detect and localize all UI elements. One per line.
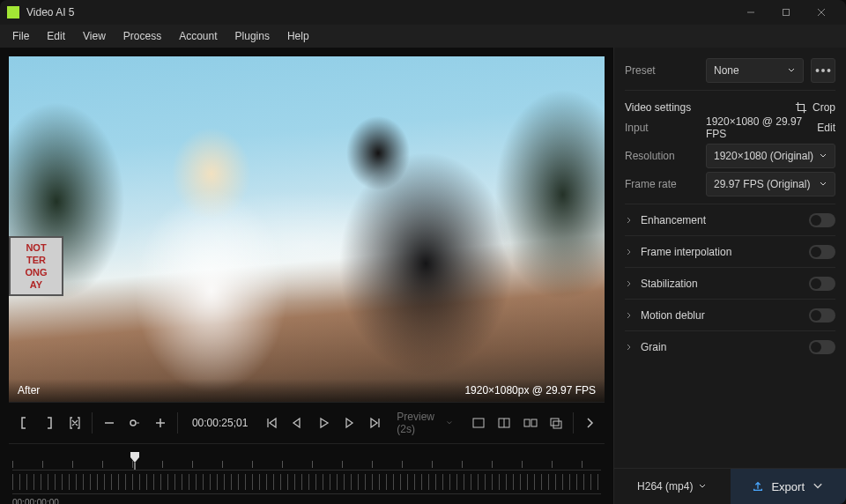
menu-view[interactable]: View: [74, 26, 115, 46]
codec-select[interactable]: H264 (mp4): [614, 469, 731, 504]
chevron-down-icon: [446, 419, 453, 427]
framerate-select[interactable]: 29.97 FPS (Original): [706, 172, 835, 196]
go-to-start-button[interactable]: [260, 409, 282, 437]
preset-more-button[interactable]: [811, 58, 835, 83]
svg-rect-5: [531, 419, 537, 426]
svg-rect-6: [551, 419, 559, 426]
mark-in-button[interactable]: [12, 409, 34, 437]
titlebar: Video AI 5: [0, 0, 846, 25]
frame-back-icon: [290, 416, 304, 430]
chevron-down-icon: [819, 152, 827, 160]
zoom-in-button[interactable]: [150, 409, 172, 437]
minimize-icon: [746, 8, 755, 17]
chevron-right-icon: [583, 416, 597, 430]
maximize-icon: [782, 8, 790, 17]
svg-rect-0: [783, 10, 790, 16]
view-single-icon: [471, 416, 486, 430]
zoom-level-indicator[interactable]: [123, 409, 145, 437]
minimize-button[interactable]: [733, 0, 768, 25]
chevron-down-icon: [698, 482, 707, 491]
section-enhancement[interactable]: Enhancement: [625, 204, 835, 235]
preview-duration-select[interactable]: Preview (2s): [390, 411, 460, 435]
timecode[interactable]: 00:00:25;01: [183, 417, 256, 429]
export-button[interactable]: Export: [731, 469, 847, 504]
menu-account[interactable]: Account: [170, 26, 226, 46]
transport-bar: 00:00:25;01 Preview (2s): [9, 402, 605, 444]
svg-point-1: [130, 420, 136, 426]
section-motion-deblur[interactable]: Motion deblur: [625, 299, 835, 330]
preset-label: Preset: [625, 64, 699, 77]
left-column: NOT TER ONG AY After 1920×1080px @ 29.97…: [0, 48, 613, 504]
menubar: File Edit View Process Account Plugins H…: [0, 25, 846, 48]
chevron-right-icon: [625, 216, 634, 225]
view-single-button[interactable]: [467, 409, 489, 437]
input-row: Input 1920×1080 @ 29.97 FPS Edit: [625, 114, 835, 142]
window-controls: [733, 0, 839, 25]
step-forward-button[interactable]: [338, 409, 360, 437]
chevron-right-icon: [625, 279, 634, 288]
clear-range-button[interactable]: [64, 409, 86, 437]
timeline-start-label: 00:00:00;00: [12, 498, 59, 504]
view-split-vert-button[interactable]: [494, 409, 516, 437]
view-overlay-button[interactable]: [545, 409, 567, 437]
timeline-track[interactable]: 00:00:00;00: [12, 470, 601, 494]
chevron-down-icon: [812, 480, 824, 493]
ruler-ticks: [12, 461, 601, 468]
resolution-select[interactable]: 1920×1080 (Original): [706, 144, 835, 168]
grain-toggle[interactable]: [809, 340, 835, 354]
plus-icon: [153, 416, 167, 430]
menu-process[interactable]: Process: [115, 26, 170, 46]
section-frame-interpolation[interactable]: Frame interpolation: [625, 235, 835, 267]
playhead[interactable]: [130, 452, 139, 470]
view-split-vert-icon: [497, 416, 511, 430]
go-to-end-button[interactable]: [364, 409, 386, 437]
stabilization-toggle[interactable]: [809, 277, 835, 291]
play-button[interactable]: [312, 409, 334, 437]
separator: [573, 412, 574, 434]
step-back-button[interactable]: [286, 409, 308, 437]
preset-select[interactable]: None: [706, 58, 804, 83]
enhancement-toggle[interactable]: [809, 213, 835, 227]
chevron-down-icon: [787, 66, 796, 75]
svg-point-10: [827, 69, 831, 72]
minus-icon: [102, 416, 116, 430]
separator: [92, 412, 93, 434]
menu-help[interactable]: Help: [278, 26, 318, 46]
more-icon: [812, 59, 835, 82]
bracket-clear-icon: [68, 416, 82, 430]
menu-plugins[interactable]: Plugins: [226, 26, 278, 46]
mark-out-button[interactable]: [38, 409, 60, 437]
playhead-icon: [130, 452, 139, 470]
motion-deblur-toggle[interactable]: [809, 308, 835, 322]
svg-point-8: [816, 69, 820, 72]
preview-mode-label: After: [18, 384, 40, 397]
section-grain[interactable]: Grain: [625, 330, 835, 362]
crop-button[interactable]: Crop: [795, 101, 835, 114]
video-preview[interactable]: NOT TER ONG AY After 1920×1080px @ 29.97…: [9, 56, 605, 402]
expand-panel-button[interactable]: [579, 409, 601, 437]
view-side-by-side-button[interactable]: [519, 409, 541, 437]
bracket-right-icon: [42, 416, 56, 430]
svg-rect-7: [553, 421, 561, 428]
section-stabilization[interactable]: Stabilization: [625, 267, 835, 299]
timeline[interactable]: 00:00:00;00: [9, 444, 605, 500]
input-edit-button[interactable]: Edit: [817, 122, 835, 134]
zoom-out-button[interactable]: [98, 409, 120, 437]
skip-start-icon: [264, 416, 278, 430]
track-ticks: [12, 474, 601, 490]
chevron-right-icon: [625, 311, 634, 320]
framerate-row: Frame rate 29.97 FPS (Original): [625, 170, 835, 198]
timeline-ruler[interactable]: [12, 452, 601, 470]
video-settings-header: Video settings Crop: [625, 90, 835, 114]
menu-file[interactable]: File: [4, 26, 38, 46]
frame-interpolation-toggle[interactable]: [809, 245, 835, 259]
play-icon: [316, 416, 330, 430]
menu-edit[interactable]: Edit: [38, 26, 74, 46]
svg-rect-2: [473, 419, 484, 427]
separator: [177, 412, 178, 434]
maximize-button[interactable]: [768, 0, 804, 25]
resolution-row: Resolution 1920×1080 (Original): [625, 142, 835, 170]
street-sign: NOT TER ONG AY: [9, 236, 63, 296]
preview-overlay: After 1920×1080px @ 29.97 FPS: [9, 379, 605, 402]
close-button[interactable]: [804, 0, 839, 25]
